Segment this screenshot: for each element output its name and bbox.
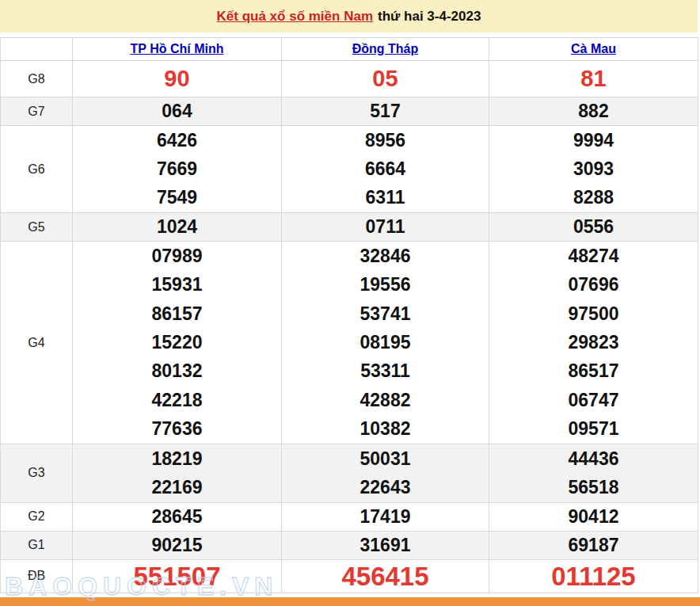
result-cell: 32846195565374108195533114288210382	[282, 242, 489, 444]
result-cell: 642676697549	[73, 126, 282, 213]
result-number: 08195	[282, 328, 489, 356]
column-header-camau: Cà Mau	[489, 38, 698, 61]
prize-label-g6: G6	[1, 126, 73, 213]
result-cell: 90	[73, 61, 282, 97]
corner-cell	[1, 38, 73, 61]
prize-label-g5: G5	[1, 213, 73, 242]
result-number: 19556	[282, 271, 489, 299]
result-number: 32846	[282, 242, 489, 270]
result-number: 6664	[282, 154, 489, 183]
result-number: 29823	[489, 328, 698, 356]
result-number: 07696	[489, 271, 698, 299]
result-number: 1024	[73, 213, 281, 241]
result-number: 882	[489, 97, 698, 125]
column-header-row: TP Hồ Chí Minh Đồng Tháp Cà Mau	[1, 38, 698, 61]
result-number: 10382	[282, 415, 489, 444]
result-cell: 999430938288	[489, 126, 698, 213]
result-cell: 064	[73, 97, 282, 126]
result-number: 6311	[282, 184, 489, 212]
results-body: G8900581G7064517882G66426766975498956666…	[1, 61, 698, 593]
result-number: 15220	[73, 328, 281, 356]
result-cell: 011125	[489, 559, 698, 593]
result-number: 42882	[282, 386, 489, 414]
page-header: Kết quả xổ số miền Nam thứ hai 3-4-2023	[0, 0, 698, 32]
prize-row-g1: G1902153169169187	[1, 531, 698, 559]
result-number: 7549	[73, 184, 281, 212]
result-number: 517	[282, 97, 489, 125]
result-number: 17419	[282, 503, 489, 531]
result-number: 9994	[489, 126, 698, 154]
result-number: 90412	[489, 503, 698, 531]
result-number: 011125	[489, 560, 698, 593]
prize-row-g7: G7064517882	[1, 97, 698, 126]
result-number: 09571	[489, 415, 698, 444]
title-link[interactable]: Kết quả xổ số miền Nam	[217, 9, 373, 25]
result-number: 0556	[489, 213, 698, 241]
prize-row-g2: G2286451741990412	[1, 502, 698, 531]
prize-row-g5: G5102407110556	[1, 213, 698, 242]
lottery-results-table: TP Hồ Chí Minh Đồng Tháp Cà Mau G8900581…	[0, 37, 698, 593]
result-number: 22643	[282, 473, 489, 502]
result-number: 28645	[73, 503, 281, 531]
result-number: 53741	[282, 299, 489, 328]
result-number: 6426	[73, 126, 281, 154]
prize-row-db: ĐB551507456415011125	[1, 559, 698, 593]
prize-row-g4: G407989159318615715220801324221877636328…	[1, 242, 698, 444]
province-link-tphcm[interactable]: TP Hồ Chí Minh	[131, 42, 224, 55]
result-cell: 05	[282, 61, 489, 97]
result-cell: 895666646311	[282, 126, 489, 213]
province-link-dongthap[interactable]: Đồng Tháp	[352, 42, 419, 55]
result-number: 3093	[489, 154, 698, 183]
result-number: 07989	[73, 242, 281, 270]
prize-label-g8: G8	[1, 61, 73, 97]
result-number: 15931	[73, 271, 281, 299]
result-cell: 69187	[489, 531, 698, 559]
result-cell: 5003122643	[282, 444, 489, 502]
result-number: 7669	[73, 154, 281, 183]
prize-row-g6: G6642676697549895666646311999430938288	[1, 126, 698, 213]
result-number: 56518	[489, 473, 698, 502]
result-cell: 90215	[73, 531, 282, 559]
prize-row-g3: G3182192216950031226434443656518	[1, 444, 698, 502]
prize-label-g4: G4	[1, 242, 73, 444]
result-number: 22169	[73, 473, 281, 502]
result-cell: 31691	[282, 531, 489, 559]
result-cell: 1821922169	[73, 444, 282, 502]
result-cell: 81	[489, 61, 698, 97]
result-number: 86157	[73, 299, 281, 328]
prize-label-g1: G1	[1, 531, 73, 559]
result-number: 18219	[73, 444, 281, 474]
result-cell: 17419	[282, 502, 489, 531]
result-cell: 0556	[489, 213, 698, 242]
result-number: 05	[282, 61, 489, 97]
prize-label-g3: G3	[1, 444, 73, 502]
result-number: 53311	[282, 357, 489, 386]
prize-label-g7: G7	[1, 97, 73, 126]
result-cell: 07989159318615715220801324221877636	[73, 242, 282, 444]
result-number: 06747	[489, 386, 698, 414]
result-cell: 517	[282, 97, 489, 126]
result-number: 42218	[73, 386, 281, 414]
result-number: 90	[73, 61, 281, 97]
result-number: 8956	[282, 126, 489, 154]
title-date: thứ hai 3-4-2023	[378, 9, 481, 25]
result-cell: 90412	[489, 502, 698, 531]
result-number: 456415	[282, 560, 489, 593]
column-header-tphcm: TP Hồ Chí Minh	[73, 38, 282, 61]
result-cell: 48274076969750029823865170674709571	[489, 242, 698, 444]
result-cell: 456415	[282, 559, 489, 593]
result-number: 80132	[73, 357, 281, 386]
province-link-camau[interactable]: Cà Mau	[571, 42, 616, 55]
result-number: 0711	[282, 213, 489, 241]
result-cell: 28645	[73, 502, 282, 531]
prize-label-g2: G2	[1, 502, 73, 531]
result-number: 81	[489, 61, 698, 97]
result-number: 44436	[489, 444, 698, 474]
result-cell: 4443656518	[489, 444, 698, 502]
prize-row-g8: G8900581	[1, 61, 698, 97]
result-number: 551507	[73, 560, 281, 593]
result-number: 50031	[282, 444, 489, 474]
result-number: 90215	[73, 532, 281, 559]
prize-label-db: ĐB	[1, 559, 73, 593]
result-cell: 551507	[73, 559, 282, 593]
